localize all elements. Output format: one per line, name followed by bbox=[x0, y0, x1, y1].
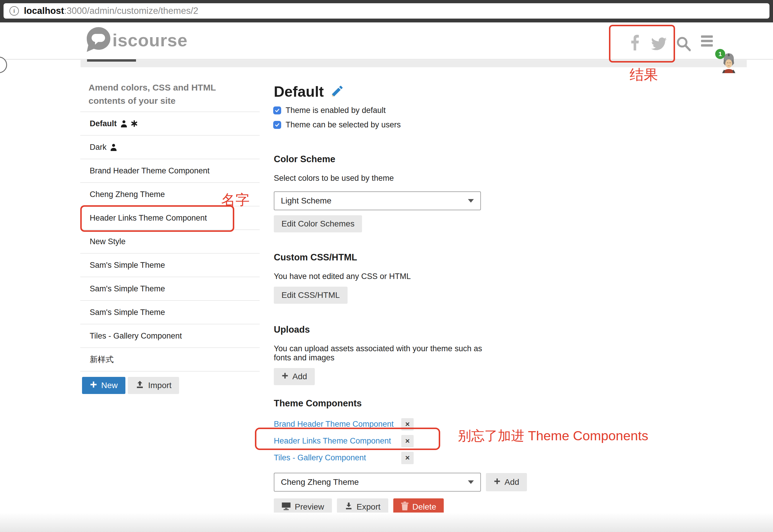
discourse-logo-icon bbox=[86, 26, 111, 54]
checkbox-label: Theme is enabled by default bbox=[285, 106, 385, 115]
monitor-icon bbox=[281, 502, 291, 513]
checkbox-row: Theme can be selected by users bbox=[273, 121, 401, 129]
bottom-strip bbox=[0, 513, 773, 532]
component-add-button[interactable]: Add bbox=[486, 473, 527, 491]
uploads-add-label: Add bbox=[292, 372, 307, 381]
discourse-logo[interactable]: iscourse bbox=[86, 26, 188, 54]
import-theme-label: Import bbox=[148, 381, 171, 390]
user-icon bbox=[110, 143, 117, 151]
plus-icon bbox=[90, 381, 97, 390]
edit-css-html-label: Edit CSS/HTML bbox=[281, 290, 340, 300]
sidebar-heading: Amend colors, CSS and HTML contents of y… bbox=[88, 81, 227, 107]
url-text: localhost:3000/admin/customize/themes/2 bbox=[24, 6, 198, 16]
browser-url-bar: i localhost:3000/admin/customize/themes/… bbox=[0, 0, 773, 22]
annotation-result-label: 结果 bbox=[630, 65, 658, 84]
edit-color-schemes-label: Edit Color Schemes bbox=[281, 219, 354, 229]
download-icon bbox=[344, 502, 353, 512]
edit-color-schemes-button[interactable]: Edit Color Schemes bbox=[274, 215, 362, 232]
color-scheme-description: Select colors to be used by theme bbox=[274, 174, 498, 183]
close-icon: × bbox=[405, 453, 410, 462]
theme-list-item[interactable]: Sam's Simple Theme bbox=[80, 301, 260, 324]
theme-name: Default bbox=[90, 119, 117, 128]
export-label: Export bbox=[357, 502, 380, 512]
custom-css-heading: Custom CSS/HTML bbox=[274, 252, 498, 263]
page-title: Default bbox=[274, 83, 324, 100]
theme-list-item[interactable]: Default bbox=[80, 112, 260, 136]
theme-list-item[interactable]: Tiles - Gallery Component bbox=[80, 324, 260, 348]
remove-component-button[interactable]: × bbox=[401, 452, 414, 464]
new-theme-label: New bbox=[101, 381, 118, 390]
theme-list-item[interactable]: 新样式 bbox=[80, 348, 260, 372]
theme-name: Brand Header Theme Component bbox=[90, 166, 209, 175]
logo-underline-bar bbox=[87, 59, 136, 62]
theme-title-row: Default bbox=[274, 83, 344, 100]
color-scheme-select[interactable]: Light Scheme bbox=[274, 191, 481, 210]
url-host: localhost bbox=[24, 6, 64, 16]
trash-icon bbox=[401, 502, 409, 513]
import-theme-button[interactable]: Import bbox=[128, 377, 179, 394]
custom-css-description: You have not edited any CSS or HTML bbox=[274, 272, 498, 281]
theme-name: New Style bbox=[90, 237, 126, 246]
notification-badge[interactable]: 1 bbox=[715, 49, 725, 59]
plus-icon bbox=[281, 372, 288, 381]
theme-name: Sam's Simple Theme bbox=[90, 284, 165, 293]
edit-pencil-icon[interactable] bbox=[330, 84, 344, 99]
delete-label: Delete bbox=[413, 502, 437, 512]
color-scheme-selected-value: Light Scheme bbox=[281, 196, 331, 206]
sidebar-actions: New Import bbox=[82, 377, 179, 394]
custom-css-section: Custom CSS/HTML You have not edited any … bbox=[274, 252, 498, 304]
theme-list-item[interactable]: Brand Header Theme Component bbox=[80, 159, 260, 183]
url-field[interactable]: i localhost:3000/admin/customize/themes/… bbox=[4, 3, 769, 19]
user-icon bbox=[120, 120, 127, 127]
uploads-heading: Uploads bbox=[274, 324, 498, 335]
theme-list: Default Dark Brand Header Theme Componen… bbox=[80, 111, 260, 372]
theme-name: Sam's Simple Theme bbox=[90, 308, 165, 317]
theme-list-item[interactable]: New Style bbox=[80, 230, 260, 254]
annotation-box-theme-name bbox=[80, 205, 234, 232]
theme-name: Dark bbox=[90, 143, 106, 152]
theme-list-item[interactable]: Dark bbox=[80, 136, 260, 159]
component-select[interactable]: Cheng Zheng Theme bbox=[274, 473, 481, 492]
chevron-down-icon bbox=[468, 480, 474, 484]
checkbox-row: Theme is enabled by default bbox=[273, 106, 401, 114]
checkbox-enabled-by-default[interactable] bbox=[273, 106, 281, 114]
color-scheme-section: Color Scheme Select colors to be used by… bbox=[274, 154, 498, 232]
search-icon[interactable] bbox=[676, 36, 691, 52]
preview-label: Preview bbox=[295, 502, 324, 512]
add-component-row: Cheng Zheng Theme Add bbox=[274, 473, 527, 492]
theme-name: 新样式 bbox=[90, 354, 114, 365]
annotation-box-header-icons bbox=[609, 25, 675, 63]
annotation-components-note: 别忘了加进 Theme Components bbox=[458, 427, 648, 445]
asterisk-icon bbox=[131, 120, 137, 127]
theme-list-item[interactable]: Sam's Simple Theme bbox=[80, 277, 260, 301]
info-icon[interactable]: i bbox=[9, 6, 19, 16]
theme-component-row: Tiles - Gallery Component × bbox=[274, 449, 498, 466]
upload-icon bbox=[135, 380, 144, 391]
discourse-admin-themes-page: i localhost:3000/admin/customize/themes/… bbox=[0, 0, 773, 532]
uploads-add-button[interactable]: Add bbox=[274, 368, 315, 385]
theme-option-checkboxes: Theme is enabled by default Theme can be… bbox=[273, 106, 401, 135]
annotation-box-component bbox=[255, 428, 440, 450]
checkbox-label: Theme can be selected by users bbox=[285, 120, 401, 129]
theme-name: Sam's Simple Theme bbox=[90, 261, 165, 270]
chevron-down-icon bbox=[468, 199, 474, 203]
plus-icon bbox=[494, 477, 501, 487]
component-selected-value: Cheng Zheng Theme bbox=[281, 477, 359, 487]
checkbox-selectable-by-users[interactable] bbox=[273, 121, 281, 129]
theme-list-item[interactable]: Sam's Simple Theme bbox=[80, 254, 260, 277]
new-theme-button[interactable]: New bbox=[82, 377, 125, 394]
theme-name: Cheng Zheng Theme bbox=[90, 190, 165, 199]
hamburger-menu-icon[interactable] bbox=[701, 35, 713, 49]
theme-components-heading: Theme Components bbox=[274, 398, 498, 409]
url-path: :3000/admin/customize/themes/2 bbox=[64, 6, 198, 16]
discourse-logo-text: iscourse bbox=[112, 30, 188, 50]
component-add-label: Add bbox=[505, 477, 519, 487]
theme-name: Tiles - Gallery Component bbox=[90, 331, 182, 341]
edit-css-html-button[interactable]: Edit CSS/HTML bbox=[274, 287, 347, 304]
uploads-section: Uploads You can upload assets associated… bbox=[274, 324, 498, 385]
color-scheme-heading: Color Scheme bbox=[274, 154, 498, 165]
theme-component-link[interactable]: Tiles - Gallery Component bbox=[274, 453, 401, 462]
uploads-description: You can upload assets associated with yo… bbox=[274, 344, 498, 362]
annotation-name-label: 名字 bbox=[221, 191, 249, 209]
